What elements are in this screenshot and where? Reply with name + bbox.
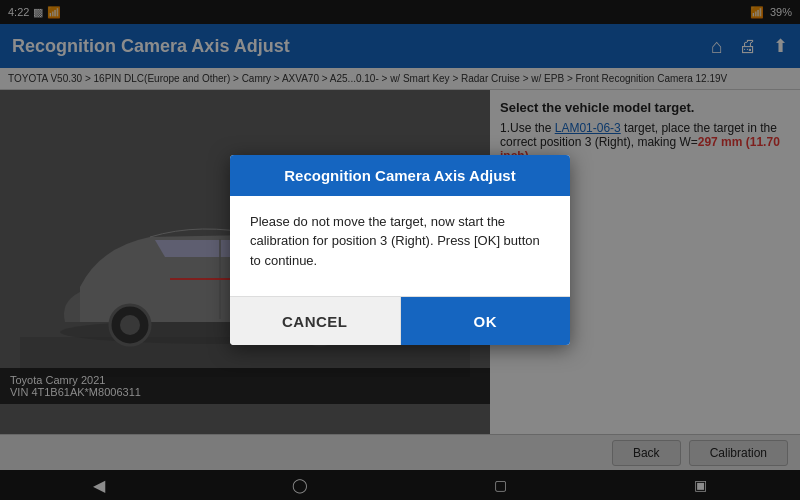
modal-overlay: Recognition Camera Axis Adjust Please do… bbox=[0, 0, 800, 500]
ok-button[interactable]: OK bbox=[401, 297, 571, 345]
modal-body: Please do not move the target, now start… bbox=[230, 196, 570, 287]
cancel-button[interactable]: CANCEL bbox=[230, 297, 401, 345]
modal-dialog: Recognition Camera Axis Adjust Please do… bbox=[230, 155, 570, 346]
modal-title: Recognition Camera Axis Adjust bbox=[230, 155, 570, 196]
modal-buttons: CANCEL OK bbox=[230, 296, 570, 345]
